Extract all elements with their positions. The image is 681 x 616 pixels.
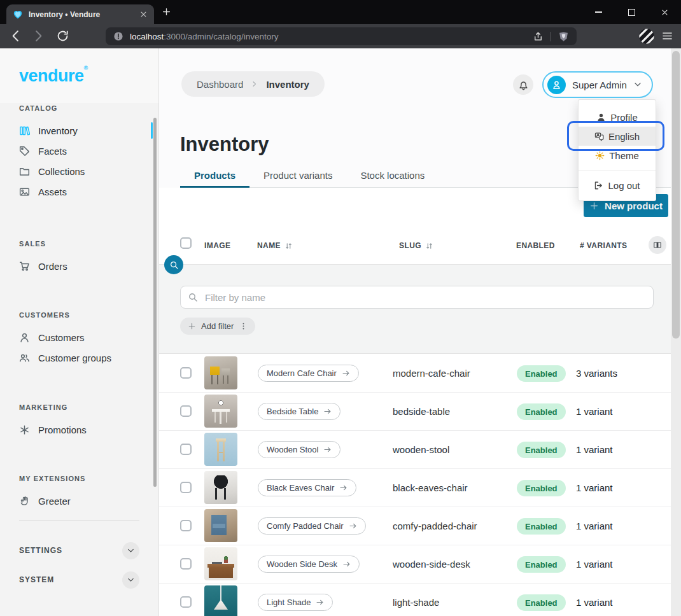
- menu-item-label: Log out: [608, 180, 640, 191]
- product-slug: comfy-padded-chair: [393, 521, 477, 531]
- row-checkbox[interactable]: [180, 520, 192, 531]
- variant-count: 1 variant: [576, 597, 613, 608]
- chevron-down-icon: [127, 547, 135, 555]
- product-name-chip[interactable]: Light Shade: [258, 594, 333, 611]
- column-header-image[interactable]: IMAGE: [204, 241, 230, 250]
- row-checkbox[interactable]: [180, 405, 192, 417]
- tab-stock-locations[interactable]: Stock locations: [346, 163, 439, 187]
- browser-tab[interactable]: Inventory • Vendure: [6, 4, 154, 24]
- sidebar-section: CUSTOMERSCustomersCustomer groups: [0, 311, 158, 368]
- close-window-button[interactable]: [648, 0, 681, 24]
- tab-products[interactable]: Products: [180, 163, 249, 187]
- row-checkbox[interactable]: [180, 558, 192, 570]
- browser-profile-avatar[interactable]: [638, 28, 655, 45]
- breadcrumb-dashboard[interactable]: Dashboard: [197, 79, 243, 90]
- user-menu: ProfileEnglishThemeLog out: [578, 99, 656, 201]
- share-icon[interactable]: [533, 31, 544, 42]
- minimize-button[interactable]: [582, 0, 615, 24]
- product-name: Modern Cafe Chair: [267, 368, 337, 378]
- url-bar[interactable]: localhost:3000/admin/catalog/inventory: [106, 27, 577, 45]
- tab-product-variants[interactable]: Product variants: [249, 163, 346, 187]
- sidebar-section: MARKETINGPromotions: [0, 403, 158, 440]
- vendure-logo[interactable]: vendure®: [19, 65, 88, 86]
- page-scrollbar[interactable]: [671, 48, 681, 616]
- site-info-icon[interactable]: [113, 31, 123, 41]
- product-thumbnail: [204, 585, 237, 616]
- profile-icon: [596, 113, 606, 122]
- expand-section-button[interactable]: [122, 542, 139, 559]
- browser-menu-icon[interactable]: [661, 30, 673, 42]
- column-header-name[interactable]: NAME: [257, 241, 293, 250]
- menu-item-theme[interactable]: Theme: [579, 146, 656, 165]
- sidebar-item-promotions[interactable]: Promotions: [0, 419, 158, 440]
- user-menu-button[interactable]: Super Admin: [542, 71, 653, 98]
- sidebar-item-collections[interactable]: Collections: [0, 161, 158, 181]
- sidebar-item-orders[interactable]: Orders: [0, 256, 158, 276]
- breadcrumb-inventory[interactable]: Inventory: [266, 79, 309, 90]
- product-name-chip[interactable]: Modern Cafe Chair: [258, 365, 359, 382]
- brave-shield-icon[interactable]: [558, 31, 569, 42]
- product-thumbnail: [204, 433, 237, 466]
- close-icon: [661, 8, 669, 17]
- sidebar-section-label: CUSTOMERS: [0, 311, 158, 319]
- kebab-menu-icon[interactable]: [239, 322, 248, 330]
- logo-trademark: ®: [84, 65, 88, 71]
- new-tab-button[interactable]: [162, 7, 171, 17]
- variant-count: 1 variant: [576, 482, 613, 493]
- select-all-checkbox[interactable]: [180, 237, 192, 249]
- column-header-slug[interactable]: SLUG: [399, 241, 433, 250]
- filter-input[interactable]: [180, 286, 654, 309]
- product-name: Wooden Stool: [267, 445, 318, 454]
- menu-item-english[interactable]: English: [579, 127, 656, 146]
- row-checkbox[interactable]: [180, 444, 192, 455]
- sidebar-item-facets[interactable]: Facets: [0, 141, 158, 161]
- search-toggle-button[interactable]: [164, 255, 183, 274]
- url-separator: [551, 32, 551, 41]
- forward-button[interactable]: [32, 29, 45, 43]
- arrow-right-icon: [339, 484, 348, 492]
- row-checkbox[interactable]: [180, 367, 192, 379]
- menu-item-log-out[interactable]: Log out: [579, 176, 656, 195]
- product-name-chip[interactable]: Wooden Side Desk: [258, 556, 360, 573]
- sidebar-item-greeter[interactable]: Greeter: [0, 491, 158, 511]
- menu-divider: [579, 171, 656, 171]
- sidebar-item-inventory[interactable]: Inventory: [0, 120, 158, 141]
- maximize-button[interactable]: [615, 0, 648, 24]
- column-header-variants[interactable]: # VARIANTS: [580, 241, 627, 250]
- add-filter-button[interactable]: Add filter: [180, 318, 255, 335]
- sidebar-section: CATALOGInventoryFacetsCollectionsAssets: [0, 104, 158, 202]
- back-button[interactable]: [9, 29, 22, 43]
- sidebar-scrollbar[interactable]: [153, 118, 157, 487]
- row-checkbox[interactable]: [180, 596, 192, 608]
- menu-item-profile[interactable]: Profile: [579, 108, 656, 127]
- reload-button[interactable]: [56, 29, 69, 43]
- product-thumbnail: [204, 356, 237, 389]
- sidebar-item-customers[interactable]: Customers: [0, 327, 158, 347]
- variant-count: 1 variant: [576, 444, 613, 455]
- sort-icon[interactable]: [425, 242, 433, 250]
- table-row: Comfy Padded Chair comfy-padded-chair En…: [159, 507, 671, 545]
- url-path: :3000/admin/catalog/inventory: [164, 32, 278, 41]
- users-icon: [19, 353, 30, 363]
- scrollbar-thumb[interactable]: [672, 51, 680, 339]
- sidebar-item-label: Collections: [38, 166, 85, 177]
- sort-icon[interactable]: [284, 242, 293, 250]
- user-icon: [19, 332, 30, 343]
- notifications-button[interactable]: [513, 74, 533, 95]
- expand-section-button[interactable]: [122, 571, 139, 589]
- tab-close-icon[interactable]: [139, 10, 148, 18]
- sidebar-section-label: SYSTEM: [19, 575, 54, 584]
- variant-count: 1 variant: [576, 406, 613, 417]
- table-row: Wooden Side Desk wooden-side-desk Enable…: [159, 545, 671, 584]
- product-name-chip[interactable]: Comfy Padded Chair: [258, 517, 366, 535]
- sidebar-item-customer-groups[interactable]: Customer groups: [0, 347, 158, 368]
- column-settings-button[interactable]: [649, 236, 666, 254]
- sidebar-item-assets[interactable]: Assets: [0, 181, 158, 202]
- product-name-chip[interactable]: Black Eaves Chair: [258, 479, 356, 496]
- product-name-chip[interactable]: Bedside Table: [258, 403, 340, 420]
- row-checkbox[interactable]: [180, 482, 192, 493]
- product-name-chip[interactable]: Wooden Stool: [258, 441, 340, 458]
- column-header-enabled[interactable]: ENABLED: [516, 241, 555, 250]
- vendure-favicon-icon: [13, 10, 23, 20]
- sidebar-item-label: Facets: [38, 146, 67, 157]
